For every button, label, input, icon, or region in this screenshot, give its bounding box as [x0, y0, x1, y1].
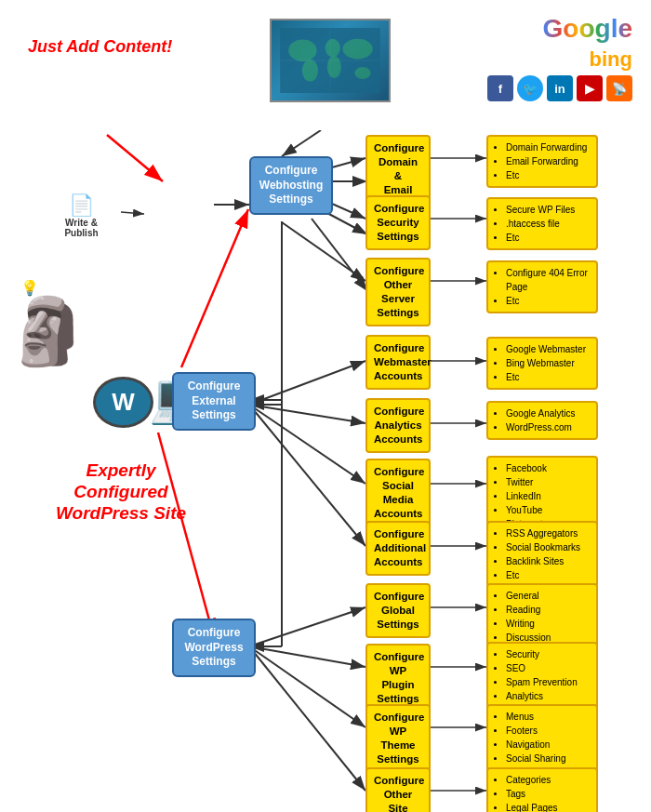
expertly-configured: ExpertlyConfiguredWordPress Site [28, 460, 214, 524]
configure-security-box: ConfigureSecuritySettings [365, 195, 431, 250]
svg-point-5 [342, 39, 372, 60]
svg-line-17 [312, 219, 367, 291]
write-publish-label: 📄 Write &Publish [51, 193, 112, 238]
analytics-bullets: Google Analytics WordPress.com [486, 401, 598, 440]
configure-plugin-box: ConfigureWP PluginSettings [365, 644, 431, 712]
twitter-icon: 🐦 [517, 75, 543, 101]
configure-global-box: ConfigureGlobalSettings [365, 583, 431, 638]
other-server-bullet-list: Configure 404 Error Page Etc [495, 266, 590, 308]
svg-line-28 [249, 405, 365, 546]
svg-line-25 [249, 361, 365, 405]
just-add-content: Just Add Content! [28, 37, 172, 58]
top-section: Just Add Content! [0, 0, 651, 130]
configure-external-box: ConfigureExternalSettings [172, 372, 256, 431]
page: Just Add Content! [0, 0, 651, 812]
svg-line-45 [181, 209, 248, 367]
svg-line-30 [249, 607, 365, 646]
youtube-icon: ▶ [577, 75, 603, 101]
social-icons-row: f 🐦 in ▶ 📡 [487, 75, 632, 101]
configure-other-site-box: ConfigureOther SiteSettings [365, 767, 431, 812]
facebook-icon: f [487, 75, 513, 101]
write-publish-text: Write &Publish [51, 218, 112, 238]
security-bullets: Secure WP Files .htaccess file Etc [486, 197, 598, 250]
wordpress-icon: W [93, 377, 153, 428]
svg-line-33 [249, 646, 365, 791]
configure-webhosting-box: ConfigureWebhostingSettings [249, 156, 333, 215]
svg-line-23 [282, 222, 365, 281]
svg-line-13 [121, 212, 144, 214]
configure-additional-box: ConfigureAdditionalAccounts [365, 521, 431, 576]
linkedin-icon: in [547, 75, 573, 101]
svg-line-31 [249, 646, 365, 667]
svg-point-3 [325, 39, 339, 57]
brand-logos: Google bing f 🐦 in ▶ 📡 [487, 14, 632, 101]
svg-point-4 [326, 56, 340, 78]
rss-icon: 📡 [606, 75, 632, 101]
configure-social-box: ConfigureSocial MediaAccounts [365, 459, 431, 527]
other-server-bullets: Configure 404 Error Page Etc [486, 260, 598, 313]
additional-bullets: RSS Aggregators Social Bookmarks Backlin… [486, 521, 598, 588]
just-add-text: Just Add Content! [28, 37, 172, 56]
domain-bullets: Domain Forwarding Email Forwarding Etc [486, 135, 598, 188]
security-bullet-list: Secure WP Files .htaccess file Etc [495, 203, 590, 245]
svg-point-2 [302, 60, 318, 82]
webmaster-bullet-list: Google Webmaster Bing Webmaster Etc [495, 342, 590, 384]
svg-point-6 [354, 67, 370, 79]
svg-point-1 [288, 39, 316, 61]
svg-line-32 [249, 646, 365, 727]
diagram: 📄 Write &Publish W 💻 ExpertlyConfiguredW… [0, 130, 651, 809]
svg-line-48 [282, 130, 321, 156]
webmaster-bullets: Google Webmaster Bing Webmaster Etc [486, 337, 598, 390]
bing-logo: bing [590, 47, 632, 72]
other-site-bullets: Categories Tags Legal Pages Site Map Red… [486, 767, 598, 812]
svg-line-26 [249, 405, 365, 423]
analytics-bullet-list: Google Analytics WordPress.com [495, 406, 590, 434]
additional-bullet-list: RSS Aggregators Social Bookmarks Backlin… [495, 526, 590, 582]
svg-line-27 [249, 405, 365, 484]
svg-line-12 [107, 135, 163, 181]
configure-theme-box: ConfigureWP ThemeSettings [365, 704, 431, 773]
configure-webmaster-box: ConfigureWebmasterAccounts [365, 335, 431, 390]
configure-analytics-box: ConfigureAnalyticsAccounts [365, 398, 431, 453]
domain-bullet-list: Domain Forwarding Email Forwarding Etc [495, 140, 590, 182]
configure-wordpress-box: ConfigureWordPressSettings [172, 619, 256, 677]
world-map [270, 19, 391, 102]
configure-other-server-box: ConfigureOther ServerSettings [365, 258, 431, 326]
google-logo: Google [543, 14, 632, 44]
lightbulb-icon: 💡 [20, 279, 39, 297]
other-site-bullet-list: Categories Tags Legal Pages Site Map Red… [495, 773, 590, 812]
thinker-icon: 🗿 [7, 293, 88, 369]
